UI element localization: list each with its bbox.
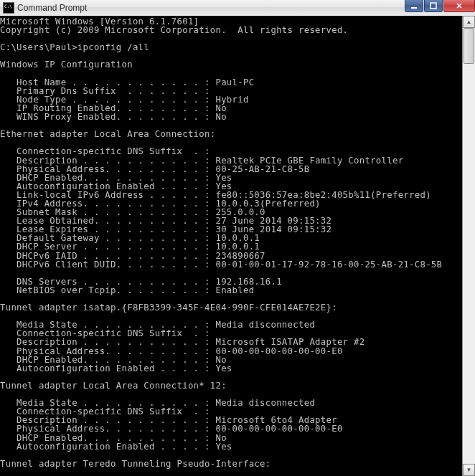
wins-proxy: WINS Proxy Enabled. . . . . . . . : No (0, 112, 227, 122)
scroll-track[interactable] (463, 28, 475, 464)
console-output: Microsoft Windows [Version 6.1.7601] Cop… (0, 17, 474, 476)
minimize-icon (410, 2, 418, 9)
prompt-path: C:\Users\Paul> (0, 42, 77, 52)
maximize-button[interactable] (424, 0, 443, 12)
lac-autoconfig: Autoconfiguration Enabled . . . . : Yes (0, 442, 232, 452)
section-lac12: Tunnel adapter Local Area Connection* 12… (0, 381, 227, 391)
console-client-area[interactable]: Microsoft Windows [Version 6.1.7601] Cop… (0, 16, 475, 476)
close-button[interactable] (443, 0, 475, 12)
cmd-icon (3, 2, 14, 14)
section-ethernet: Ethernet adapter Local Area Connection: (0, 129, 215, 139)
command-prompt-window: Command Prompt Microsoft Windows [Versio… (0, 0, 475, 476)
scroll-up-button[interactable]: ▲ (463, 16, 475, 28)
triangle-up-icon: ▲ (466, 19, 472, 25)
window-title: Command Prompt (17, 3, 472, 13)
titlebar[interactable]: Command Prompt (0, 0, 475, 16)
close-icon (456, 2, 463, 9)
isa-autoconfig: Autoconfiguration Enabled . . . . : Yes (0, 363, 232, 373)
section-teredo: Tunnel adapter Teredo Tunneling Pseudo-I… (0, 459, 271, 469)
maximize-icon (430, 2, 437, 9)
banner-line-2: Copyright (c) 2009 Microsoft Corporation… (0, 25, 348, 35)
minimize-button[interactable] (405, 0, 423, 12)
command-text: ipconfig /all (77, 42, 149, 52)
section-ipconfig: Windows IP Configuration (0, 60, 133, 70)
svg-rect-1 (431, 3, 436, 9)
scroll-down-button[interactable]: ▼ (463, 464, 475, 476)
window-controls (405, 0, 475, 12)
svg-rect-0 (411, 7, 417, 9)
section-isatap: Tunnel adapter isatap.{F8FB3399-345F-4E0… (0, 303, 337, 313)
vertical-scrollbar[interactable]: ▲ ▼ (462, 16, 475, 476)
eth-netbios: NetBIOS over Tcpip. . . . . . . . : Enab… (0, 285, 254, 295)
eth-dhcpv6-duid: DHCPv6 Client DUID. . . . . . . . : 00-0… (0, 260, 442, 270)
scroll-thumb[interactable] (464, 28, 474, 64)
triangle-down-icon: ▼ (466, 467, 472, 473)
